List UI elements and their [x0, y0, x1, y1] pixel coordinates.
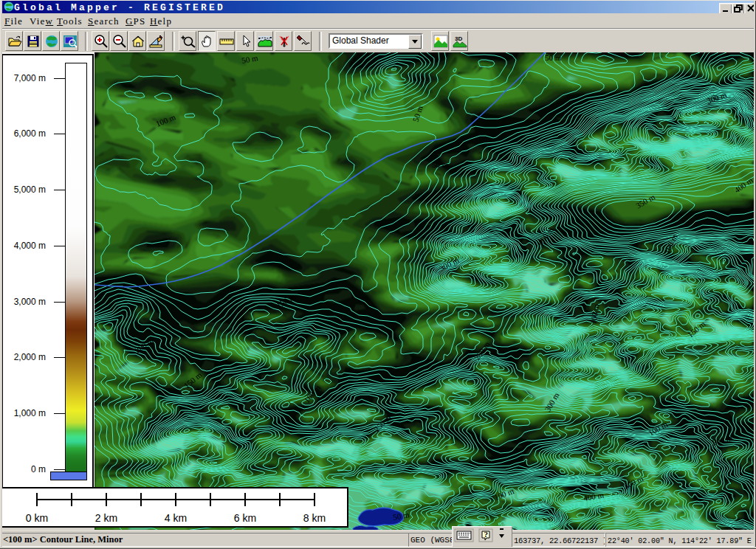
- svg-text:50 m: 50 m: [545, 53, 562, 62]
- svg-text:2 km: 2 km: [95, 512, 117, 524]
- svg-text:?: ?: [484, 530, 489, 539]
- svg-text:0 km: 0 km: [26, 512, 48, 524]
- svg-text:6 km: 6 km: [234, 512, 256, 524]
- svg-text:50 m: 50 m: [432, 160, 449, 169]
- svg-text:4 km: 4 km: [165, 512, 187, 524]
- svg-text:8 km: 8 km: [303, 512, 326, 524]
- svg-text:3D: 3D: [455, 35, 462, 42]
